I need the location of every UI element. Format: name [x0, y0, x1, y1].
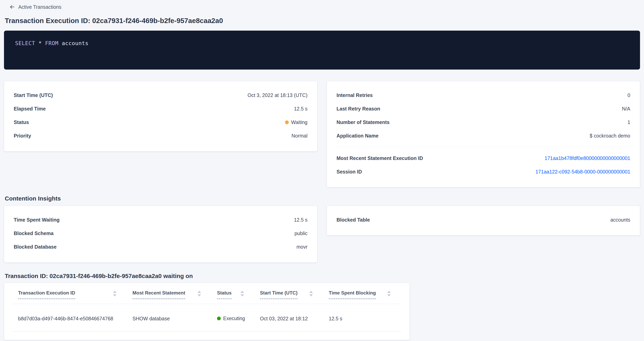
- info-row-number-of-statements: Number of Statements 1: [336, 115, 630, 129]
- start-time-value: Oct 3, 2022 at 18:13 (UTC): [248, 92, 308, 98]
- sort-icon[interactable]: [309, 291, 313, 297]
- info-row-session-id: Session ID 171aa122-c092-54b8-0000-00000…: [336, 165, 630, 178]
- elapsed-time-value: 12.5 s: [294, 106, 308, 112]
- column-header-status: Status: [212, 283, 254, 304]
- column-header-transaction-execution-id: Transaction Execution ID: [12, 283, 127, 304]
- info-row-elapsed-time: Elapsed Time 12.5 s: [14, 102, 308, 115]
- status-label: Status: [14, 119, 29, 125]
- waiting-transactions-table-card: Transaction Execution ID Most Recent Sta…: [4, 283, 410, 340]
- summary-cards-row: Start Time (UTC) Oct 3, 2022 at 18:13 (U…: [4, 81, 640, 187]
- blocked-database-value: movr: [296, 244, 308, 250]
- waiting-on-heading: Transaction ID: 02ca7931-f246-469b-b2fe-…: [5, 272, 640, 280]
- sort-icon[interactable]: [240, 291, 244, 297]
- column-header-start-time: Start Time (UTC): [254, 283, 323, 304]
- blocked-table-value: accounts: [610, 217, 630, 223]
- table-header-row: Transaction Execution ID Most Recent Sta…: [12, 283, 401, 304]
- most-recent-statement-column-label[interactable]: Most Recent Statement: [132, 290, 185, 299]
- page-title: Transaction Execution ID: 02ca7931-f246-…: [5, 16, 640, 25]
- sql-statement-box: SELECT * FROM accounts: [4, 30, 640, 69]
- session-id-link[interactable]: 171aa122-c092-54b8-0000-000000000001: [536, 169, 630, 175]
- info-row-status: Status Waiting: [14, 115, 308, 129]
- sort-icon[interactable]: [387, 291, 391, 297]
- column-header-time-spent-blocking: Time Spent Blocking: [323, 283, 401, 304]
- start-time-label: Start Time (UTC): [14, 92, 53, 98]
- sql-keyword-select: SELECT: [15, 40, 35, 46]
- info-row-last-retry-reason: Last Retry Reason N/A: [336, 102, 630, 115]
- transaction-details-page: Active Transactions Transaction Executio…: [0, 0, 644, 340]
- application-name-label: Application Name: [336, 133, 378, 139]
- card-divider: [336, 147, 630, 147]
- internal-retries-label: Internal Retries: [336, 92, 373, 98]
- session-id-label: Session ID: [336, 169, 362, 175]
- summary-card-left: Start Time (UTC) Oct 3, 2022 at 18:13 (U…: [4, 81, 317, 151]
- contention-insights-heading: Contention Insights: [5, 195, 640, 203]
- blocked-schema-label: Blocked Schema: [14, 231, 54, 236]
- executing-status-value: Executing: [223, 316, 245, 321]
- priority-value: Normal: [291, 133, 308, 139]
- time-spent-waiting-label: Time Spent Waiting: [14, 217, 60, 223]
- priority-label: Priority: [14, 133, 31, 139]
- sql-star: *: [38, 40, 42, 46]
- blocked-database-label: Blocked Database: [14, 244, 56, 250]
- status-value: Waiting: [291, 119, 308, 125]
- summary-card-right: Internal Retries 0 Last Retry Reason N/A…: [327, 81, 640, 187]
- blocked-schema-value: public: [294, 231, 308, 236]
- waiting-transactions-table: Transaction Execution ID Most Recent Sta…: [12, 283, 401, 332]
- time-spent-blocking-column-label[interactable]: Time Spent Blocking: [329, 290, 376, 299]
- sql-table-name: accounts: [62, 40, 88, 46]
- sql-keyword-from: FROM: [45, 40, 58, 46]
- cell-most-recent-statement: SHOW database: [127, 304, 212, 332]
- last-retry-reason-label: Last Retry Reason: [336, 106, 380, 112]
- internal-retries-value: 0: [628, 92, 630, 98]
- status-badge: Waiting: [285, 119, 308, 125]
- cell-time-spent-blocking: 12.5 s: [323, 304, 401, 332]
- info-row-statement-execution-id: Most Recent Statement Execution ID 171aa…: [336, 151, 630, 165]
- contention-card-right: Blocked Table accounts: [327, 206, 640, 236]
- statement-execution-id-label: Most Recent Statement Execution ID: [336, 155, 423, 161]
- cell-transaction-execution-id: b8d7d03a-d497-446b-8474-e50846674768: [12, 304, 127, 332]
- executing-status-dot-icon: [217, 317, 221, 320]
- sort-icon[interactable]: [198, 291, 201, 297]
- column-header-most-recent-statement: Most Recent Statement: [127, 283, 212, 304]
- time-spent-waiting-value: 12.5 s: [294, 217, 308, 223]
- info-row-blocked-database: Blocked Database movr: [14, 240, 308, 254]
- number-of-statements-label: Number of Statements: [336, 119, 390, 125]
- info-row-start-time: Start Time (UTC) Oct 3, 2022 at 18:13 (U…: [14, 88, 308, 102]
- status-column-label[interactable]: Status: [217, 290, 232, 299]
- elapsed-time-label: Elapsed Time: [14, 106, 46, 112]
- back-arrow-icon: [9, 4, 15, 10]
- back-link[interactable]: Active Transactions: [9, 4, 62, 10]
- last-retry-reason-value: N/A: [622, 106, 630, 112]
- number-of-statements-value: 1: [628, 119, 630, 125]
- info-row-priority: Priority Normal: [14, 129, 308, 142]
- info-row-time-spent-waiting: Time Spent Waiting 12.5 s: [14, 213, 308, 227]
- blocked-table-label: Blocked Table: [336, 217, 370, 223]
- start-time-column-label[interactable]: Start Time (UTC): [260, 290, 298, 299]
- status-badge: Executing: [217, 316, 245, 321]
- sort-icon[interactable]: [113, 291, 116, 297]
- application-name-value: $ cockroach demo: [590, 133, 630, 139]
- info-row-application-name: Application Name $ cockroach demo: [336, 129, 630, 142]
- transaction-execution-id-column-label[interactable]: Transaction Execution ID: [18, 290, 75, 299]
- contention-card-left: Time Spent Waiting 12.5 s Blocked Schema…: [4, 206, 317, 263]
- cell-status: Executing: [212, 304, 254, 332]
- waiting-status-dot-icon: [285, 120, 289, 124]
- info-row-internal-retries: Internal Retries 0: [336, 88, 630, 102]
- back-link-label: Active Transactions: [18, 4, 62, 10]
- sql-statement: SELECT * FROM accounts: [15, 40, 629, 46]
- info-row-blocked-table: Blocked Table accounts: [336, 213, 630, 227]
- cell-start-time: Oct 03, 2022 at 18:12: [254, 304, 323, 332]
- statement-execution-id-link[interactable]: 171aa1b478fdf0e80000000000000001: [544, 155, 630, 161]
- contention-cards-row: Time Spent Waiting 12.5 s Blocked Schema…: [4, 206, 640, 263]
- table-row: b8d7d03a-d497-446b-8474-e50846674768 SHO…: [12, 304, 401, 332]
- info-row-blocked-schema: Blocked Schema public: [14, 227, 308, 240]
